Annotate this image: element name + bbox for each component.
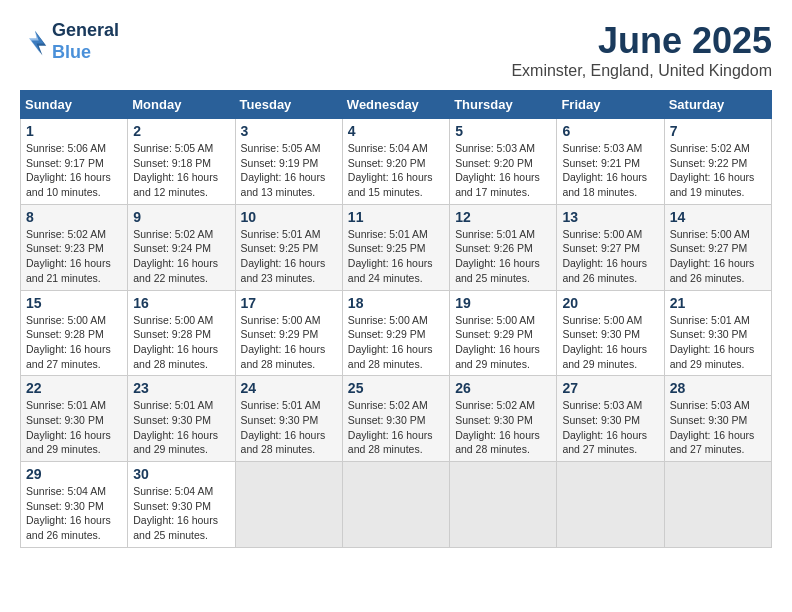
day-info: Sunrise: 5:01 AMSunset: 9:26 PMDaylight:… <box>455 227 551 286</box>
day-cell-7: 7Sunrise: 5:02 AMSunset: 9:22 PMDaylight… <box>664 119 771 205</box>
weekday-header-thursday: Thursday <box>450 91 557 119</box>
day-number: 9 <box>133 209 229 225</box>
day-cell-14: 14Sunrise: 5:00 AMSunset: 9:27 PMDayligh… <box>664 204 771 290</box>
day-cell-15: 15Sunrise: 5:00 AMSunset: 9:28 PMDayligh… <box>21 290 128 376</box>
weekday-header-wednesday: Wednesday <box>342 91 449 119</box>
day-cell-27: 27Sunrise: 5:03 AMSunset: 9:30 PMDayligh… <box>557 376 664 462</box>
day-cell <box>557 462 664 548</box>
day-cell-6: 6Sunrise: 5:03 AMSunset: 9:21 PMDaylight… <box>557 119 664 205</box>
day-cell-21: 21Sunrise: 5:01 AMSunset: 9:30 PMDayligh… <box>664 290 771 376</box>
day-cell <box>235 462 342 548</box>
day-info: Sunrise: 5:02 AMSunset: 9:23 PMDaylight:… <box>26 227 122 286</box>
day-cell-3: 3Sunrise: 5:05 AMSunset: 9:19 PMDaylight… <box>235 119 342 205</box>
day-cell-22: 22Sunrise: 5:01 AMSunset: 9:30 PMDayligh… <box>21 376 128 462</box>
day-cell-28: 28Sunrise: 5:03 AMSunset: 9:30 PMDayligh… <box>664 376 771 462</box>
weekday-header-sunday: Sunday <box>21 91 128 119</box>
day-number: 24 <box>241 380 337 396</box>
day-info: Sunrise: 5:03 AMSunset: 9:30 PMDaylight:… <box>670 398 766 457</box>
day-number: 5 <box>455 123 551 139</box>
day-info: Sunrise: 5:05 AMSunset: 9:19 PMDaylight:… <box>241 141 337 200</box>
day-number: 1 <box>26 123 122 139</box>
day-info: Sunrise: 5:00 AMSunset: 9:29 PMDaylight:… <box>348 313 444 372</box>
day-info: Sunrise: 5:01 AMSunset: 9:25 PMDaylight:… <box>241 227 337 286</box>
week-row-5: 29Sunrise: 5:04 AMSunset: 9:30 PMDayligh… <box>21 462 772 548</box>
day-number: 22 <box>26 380 122 396</box>
day-info: Sunrise: 5:00 AMSunset: 9:28 PMDaylight:… <box>26 313 122 372</box>
day-number: 16 <box>133 295 229 311</box>
day-cell-18: 18Sunrise: 5:00 AMSunset: 9:29 PMDayligh… <box>342 290 449 376</box>
day-cell-5: 5Sunrise: 5:03 AMSunset: 9:20 PMDaylight… <box>450 119 557 205</box>
day-number: 27 <box>562 380 658 396</box>
day-number: 25 <box>348 380 444 396</box>
day-info: Sunrise: 5:00 AMSunset: 9:30 PMDaylight:… <box>562 313 658 372</box>
day-cell-12: 12Sunrise: 5:01 AMSunset: 9:26 PMDayligh… <box>450 204 557 290</box>
day-info: Sunrise: 5:03 AMSunset: 9:21 PMDaylight:… <box>562 141 658 200</box>
day-number: 26 <box>455 380 551 396</box>
day-info: Sunrise: 5:02 AMSunset: 9:24 PMDaylight:… <box>133 227 229 286</box>
logo-icon <box>20 27 50 57</box>
day-number: 18 <box>348 295 444 311</box>
day-number: 10 <box>241 209 337 225</box>
day-info: Sunrise: 5:00 AMSunset: 9:27 PMDaylight:… <box>562 227 658 286</box>
day-number: 14 <box>670 209 766 225</box>
day-cell-30: 30Sunrise: 5:04 AMSunset: 9:30 PMDayligh… <box>128 462 235 548</box>
day-info: Sunrise: 5:01 AMSunset: 9:30 PMDaylight:… <box>133 398 229 457</box>
day-info: Sunrise: 5:02 AMSunset: 9:30 PMDaylight:… <box>348 398 444 457</box>
calendar: SundayMondayTuesdayWednesdayThursdayFrid… <box>20 90 772 548</box>
week-row-4: 22Sunrise: 5:01 AMSunset: 9:30 PMDayligh… <box>21 376 772 462</box>
day-cell <box>342 462 449 548</box>
day-info: Sunrise: 5:01 AMSunset: 9:30 PMDaylight:… <box>670 313 766 372</box>
day-info: Sunrise: 5:06 AMSunset: 9:17 PMDaylight:… <box>26 141 122 200</box>
weekday-header-saturday: Saturday <box>664 91 771 119</box>
logo: General Blue <box>20 20 119 63</box>
day-number: 12 <box>455 209 551 225</box>
weekday-header-friday: Friday <box>557 91 664 119</box>
day-info: Sunrise: 5:04 AMSunset: 9:20 PMDaylight:… <box>348 141 444 200</box>
day-number: 19 <box>455 295 551 311</box>
day-info: Sunrise: 5:00 AMSunset: 9:27 PMDaylight:… <box>670 227 766 286</box>
weekday-header-row: SundayMondayTuesdayWednesdayThursdayFrid… <box>21 91 772 119</box>
day-number: 17 <box>241 295 337 311</box>
logo-text: General Blue <box>52 20 119 63</box>
day-cell-4: 4Sunrise: 5:04 AMSunset: 9:20 PMDaylight… <box>342 119 449 205</box>
day-number: 7 <box>670 123 766 139</box>
day-number: 6 <box>562 123 658 139</box>
day-number: 8 <box>26 209 122 225</box>
weekday-header-tuesday: Tuesday <box>235 91 342 119</box>
title-section: June 2025 Exminster, England, United Kin… <box>511 20 772 80</box>
day-info: Sunrise: 5:00 AMSunset: 9:29 PMDaylight:… <box>241 313 337 372</box>
day-cell-10: 10Sunrise: 5:01 AMSunset: 9:25 PMDayligh… <box>235 204 342 290</box>
day-number: 4 <box>348 123 444 139</box>
location-title: Exminster, England, United Kingdom <box>511 62 772 80</box>
day-cell-17: 17Sunrise: 5:00 AMSunset: 9:29 PMDayligh… <box>235 290 342 376</box>
day-number: 2 <box>133 123 229 139</box>
day-number: 21 <box>670 295 766 311</box>
day-info: Sunrise: 5:03 AMSunset: 9:20 PMDaylight:… <box>455 141 551 200</box>
day-info: Sunrise: 5:03 AMSunset: 9:30 PMDaylight:… <box>562 398 658 457</box>
day-cell-16: 16Sunrise: 5:00 AMSunset: 9:28 PMDayligh… <box>128 290 235 376</box>
day-cell-19: 19Sunrise: 5:00 AMSunset: 9:29 PMDayligh… <box>450 290 557 376</box>
day-info: Sunrise: 5:01 AMSunset: 9:30 PMDaylight:… <box>241 398 337 457</box>
day-info: Sunrise: 5:04 AMSunset: 9:30 PMDaylight:… <box>26 484 122 543</box>
day-info: Sunrise: 5:02 AMSunset: 9:30 PMDaylight:… <box>455 398 551 457</box>
day-cell-23: 23Sunrise: 5:01 AMSunset: 9:30 PMDayligh… <box>128 376 235 462</box>
day-info: Sunrise: 5:01 AMSunset: 9:25 PMDaylight:… <box>348 227 444 286</box>
day-cell-1: 1Sunrise: 5:06 AMSunset: 9:17 PMDaylight… <box>21 119 128 205</box>
day-cell-2: 2Sunrise: 5:05 AMSunset: 9:18 PMDaylight… <box>128 119 235 205</box>
day-cell-8: 8Sunrise: 5:02 AMSunset: 9:23 PMDaylight… <box>21 204 128 290</box>
day-cell-26: 26Sunrise: 5:02 AMSunset: 9:30 PMDayligh… <box>450 376 557 462</box>
day-cell-20: 20Sunrise: 5:00 AMSunset: 9:30 PMDayligh… <box>557 290 664 376</box>
day-number: 29 <box>26 466 122 482</box>
day-cell-24: 24Sunrise: 5:01 AMSunset: 9:30 PMDayligh… <box>235 376 342 462</box>
day-cell-9: 9Sunrise: 5:02 AMSunset: 9:24 PMDaylight… <box>128 204 235 290</box>
day-info: Sunrise: 5:01 AMSunset: 9:30 PMDaylight:… <box>26 398 122 457</box>
day-number: 3 <box>241 123 337 139</box>
day-info: Sunrise: 5:04 AMSunset: 9:30 PMDaylight:… <box>133 484 229 543</box>
day-cell-29: 29Sunrise: 5:04 AMSunset: 9:30 PMDayligh… <box>21 462 128 548</box>
day-number: 28 <box>670 380 766 396</box>
weekday-header-monday: Monday <box>128 91 235 119</box>
day-info: Sunrise: 5:00 AMSunset: 9:28 PMDaylight:… <box>133 313 229 372</box>
week-row-1: 1Sunrise: 5:06 AMSunset: 9:17 PMDaylight… <box>21 119 772 205</box>
day-cell-11: 11Sunrise: 5:01 AMSunset: 9:25 PMDayligh… <box>342 204 449 290</box>
day-info: Sunrise: 5:05 AMSunset: 9:18 PMDaylight:… <box>133 141 229 200</box>
